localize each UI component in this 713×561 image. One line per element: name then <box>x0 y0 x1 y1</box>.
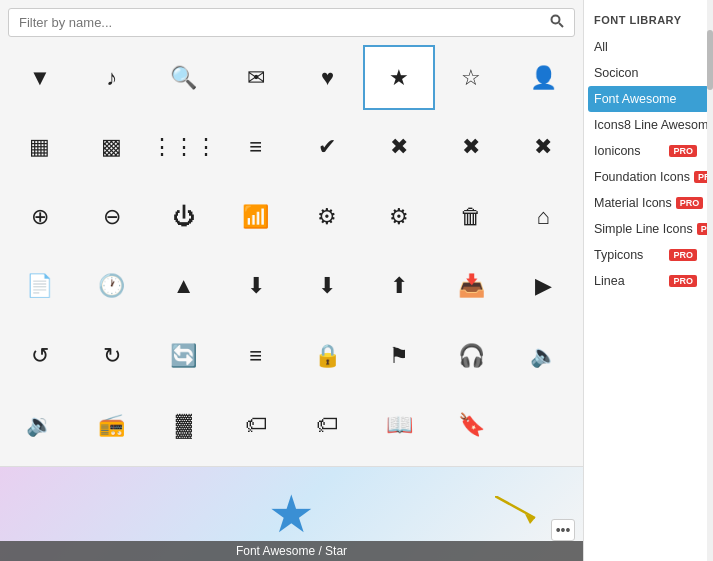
library-item-label: Icons8 Line Awesome <box>594 118 713 132</box>
library-item-material-icons[interactable]: Material IconsPRO <box>584 190 713 216</box>
scrollbar-track <box>707 0 713 561</box>
library-item-linea[interactable]: LineaPRO <box>584 268 713 294</box>
icon-cell-circle-down[interactable]: ⬇ <box>292 254 364 319</box>
library-item-label: Socicon <box>594 66 638 80</box>
library-item-socicon[interactable]: Socicon <box>584 60 713 86</box>
library-item-simple-line-icons[interactable]: Simple Line IconsPRO <box>584 216 713 242</box>
library-item-label: Ionicons <box>594 144 641 158</box>
library-item-label: Font Awesome <box>594 92 676 106</box>
svg-point-0 <box>552 16 560 24</box>
icon-cell-headphones[interactable]: 🎧 <box>435 323 507 388</box>
library-item-label: Typicons <box>594 248 643 262</box>
arrow-indicator <box>495 496 545 526</box>
library-item-label: Foundation Icons <box>594 170 690 184</box>
icon-cell-clock[interactable]: 🕐 <box>76 254 148 319</box>
icon-cell-filter[interactable]: ▼ <box>4 45 76 110</box>
svg-line-2 <box>495 496 535 518</box>
icon-cell-flag[interactable]: ⚑ <box>363 323 435 388</box>
icon-cell-signal[interactable]: 📶 <box>220 184 292 249</box>
icon-cell-star-selected[interactable]: ★ <box>363 45 435 110</box>
icon-cell-file[interactable]: 📄 <box>4 254 76 319</box>
icon-cell-zoom-out[interactable]: ⊖ <box>76 184 148 249</box>
icon-cell-book[interactable]: 📖 <box>363 393 435 458</box>
icon-cell-tags[interactable]: 🏷 <box>292 393 364 458</box>
library-list: AllSociconFont AwesomeIcons8 Line Awesom… <box>584 34 713 294</box>
icon-cell-redo[interactable]: ↻ <box>76 323 148 388</box>
preview-more-button[interactable]: ••• <box>551 519 575 541</box>
library-item-label: All <box>594 40 608 54</box>
icon-cell-volume-down[interactable]: 🔉 <box>4 393 76 458</box>
pro-badge: PRO <box>669 145 697 157</box>
pro-badge: PRO <box>676 197 704 209</box>
icon-cell-volume-off[interactable]: 🔈 <box>507 323 579 388</box>
icon-cell-envelope[interactable]: ✉ <box>220 45 292 110</box>
icon-cell-film[interactable]: ▦ <box>4 115 76 180</box>
search-input[interactable] <box>19 15 550 30</box>
preview-label: Font Awesome / Star <box>0 541 583 561</box>
icon-cell-times2[interactable]: ✖ <box>435 115 507 180</box>
library-item-label: Simple Line Icons <box>594 222 693 236</box>
icon-grid: ▼♪🔍✉♥★☆👤▦▩⋮⋮⋮≡✔✖✖✖⊕⊖⏻📶⚙⚙🗑⌂📄🕐▲⬇⬇⬆📥▶↺↻🔄≡🔒⚑… <box>0 45 583 466</box>
library-item-label: Linea <box>594 274 625 288</box>
library-item-foundation-icons[interactable]: Foundation IconsPRO <box>584 164 713 190</box>
library-item-label: Material Icons <box>594 196 672 210</box>
icon-cell-undo[interactable]: ↺ <box>4 323 76 388</box>
icon-cell-bookmark[interactable]: 🔖 <box>435 393 507 458</box>
icon-cell-cog[interactable]: ⚙ <box>292 184 364 249</box>
icon-cell-list[interactable]: ≡ <box>220 115 292 180</box>
svg-line-1 <box>559 23 563 27</box>
search-icon <box>550 14 564 31</box>
icon-cell-search[interactable]: 🔍 <box>148 45 220 110</box>
icon-cell-trash[interactable]: 🗑 <box>435 184 507 249</box>
icon-cell-power[interactable]: ⏻ <box>148 184 220 249</box>
pro-badge: PRO <box>669 275 697 287</box>
preview-icon: ★ <box>268 484 315 544</box>
icon-cell-star-outline[interactable]: ☆ <box>435 45 507 110</box>
library-item-icons8-line-awesome[interactable]: Icons8 Line Awesome <box>584 112 713 138</box>
preview-panel: ★ ••• Font Awesome / Star <box>0 466 583 561</box>
icon-cell-user[interactable]: 👤 <box>507 45 579 110</box>
pro-badge: PRO <box>669 249 697 261</box>
icon-panel: ▼♪🔍✉♥★☆👤▦▩⋮⋮⋮≡✔✖✖✖⊕⊖⏻📶⚙⚙🗑⌂📄🕐▲⬇⬇⬆📥▶↺↻🔄≡🔒⚑… <box>0 0 583 561</box>
icon-cell-music[interactable]: ♪ <box>76 45 148 110</box>
icon-cell-heart[interactable]: ♥ <box>292 45 364 110</box>
icon-cell-play-circle[interactable]: ▶ <box>507 254 579 319</box>
font-library-title: FONT LIBRARY <box>584 0 713 34</box>
icon-cell-zoom-in[interactable]: ⊕ <box>4 184 76 249</box>
icon-cell-th[interactable]: ⋮⋮⋮ <box>148 115 220 180</box>
icon-cell-home[interactable]: ⌂ <box>507 184 579 249</box>
scrollbar-thumb[interactable] <box>707 30 713 90</box>
icon-cell-download[interactable]: ⬇ <box>220 254 292 319</box>
font-library-panel: FONT LIBRARY AllSociconFont AwesomeIcons… <box>583 0 713 561</box>
icon-cell-list2[interactable]: ≡ <box>220 323 292 388</box>
icon-cell-qr-code[interactable]: ▓ <box>148 393 220 458</box>
icon-cell-lock[interactable]: 🔒 <box>292 323 364 388</box>
library-item-ionicons[interactable]: IoniconsPRO <box>584 138 713 164</box>
icon-cell-times3[interactable]: ✖ <box>507 115 579 180</box>
library-item-font-awesome[interactable]: Font Awesome <box>588 86 709 112</box>
icon-cell-th-large[interactable]: ▩ <box>76 115 148 180</box>
icon-cell-times[interactable]: ✖ <box>363 115 435 180</box>
icon-cell-tag[interactable]: 🏷 <box>220 393 292 458</box>
icon-cell-cog2[interactable]: ⚙ <box>363 184 435 249</box>
icon-cell-font[interactable]: ▲ <box>148 254 220 319</box>
library-item-typicons[interactable]: TypiconsPRO <box>584 242 713 268</box>
icon-cell-circle-up[interactable]: ⬆ <box>363 254 435 319</box>
search-bar <box>8 8 575 37</box>
icon-cell-barcode[interactable]: 📻 <box>76 393 148 458</box>
icon-cell-check[interactable]: ✔ <box>292 115 364 180</box>
icon-cell-refresh[interactable]: 🔄 <box>148 323 220 388</box>
icon-cell-inbox[interactable]: 📥 <box>435 254 507 319</box>
library-item-all[interactable]: All <box>584 34 713 60</box>
